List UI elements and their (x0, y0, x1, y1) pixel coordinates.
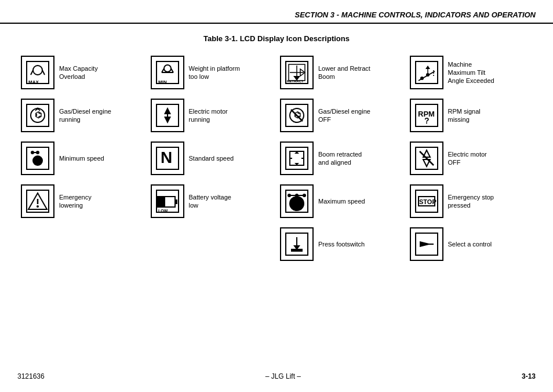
svg-text:⌬: ⌬ (294, 110, 301, 119)
svg-line-3 (42, 70, 45, 75)
icon-cell-battery-low: LOW Battery voltage low (147, 180, 277, 223)
svg-point-1 (33, 66, 42, 75)
label-rpm-missing: RPM signal missing (448, 107, 500, 124)
label-gas-diesel-off: Gas/Diesel engine OFF (318, 107, 370, 124)
label-emergency-stop: Emergency stop pressed (448, 193, 500, 210)
icon-cell-electric-off: Electric motor OFF (406, 137, 536, 180)
svg-line-2 (31, 70, 33, 75)
icon-cell-electric-motor: Electric motor running (147, 94, 277, 137)
icon-gas-diesel-on: ⌬ (21, 99, 54, 132)
footer-center: – JLG Lift – (265, 372, 301, 380)
icon-battery-low: LOW (151, 184, 184, 218)
label-machine-tilt: Machine Maximum Tilt Angle Exceeded (448, 60, 500, 85)
icon-gas-diesel-off: ⌬ (280, 99, 314, 132)
icon-cell-rpm-missing: RPM ? RPM signal missing (406, 94, 536, 137)
svg-text:RETRACT: RETRACT (287, 79, 304, 83)
svg-rect-81 (291, 249, 303, 252)
icon-cell-gas-diesel-on: ⌬ Gas/Diesel engine running (17, 94, 147, 137)
label-electric-off: Electric motor OFF (448, 150, 500, 167)
icon-max-speed (280, 184, 314, 218)
svg-line-8 (171, 68, 173, 72)
icon-cell-gas-diesel-off: ⌬ Gas/Diesel engine OFF (276, 94, 406, 137)
svg-text:N: N (161, 148, 172, 166)
label-press-footswitch: Press footswitch (318, 240, 365, 248)
icon-machine-tilt (410, 56, 443, 89)
icon-weight-platform: MIN (151, 56, 184, 89)
svg-marker-23 (425, 66, 430, 69)
icon-cell-boom-retracted: Boom retracted and aligned (276, 137, 406, 180)
icon-min-speed (21, 141, 54, 175)
icon-cell-lower-retract: RETRACT Lower and Retract Boom (276, 51, 406, 94)
svg-point-42 (31, 151, 34, 154)
svg-text:?: ? (424, 116, 430, 125)
icon-electric-motor (151, 99, 184, 132)
page-header: SECTION 3 - MACHINE CONTROLS, INDICATORS… (0, 0, 553, 24)
label-max-speed: Maximum speed (318, 197, 365, 205)
label-electric-motor: Electric motor running (189, 107, 241, 124)
footer-right: 3-13 (522, 372, 536, 380)
label-emergency-lower: Emergency lowering (59, 193, 111, 210)
icon-cell-max-capacity: MAX Max Capacity Overload (17, 51, 147, 94)
svg-point-69 (289, 196, 304, 211)
svg-marker-30 (164, 117, 171, 124)
svg-rect-65 (175, 199, 177, 204)
icon-cell-machine-tilt: Machine Maximum Tilt Angle Exceeded (406, 51, 536, 94)
svg-point-62 (37, 205, 39, 208)
svg-text:MAX: MAX (28, 79, 39, 85)
icon-cell-weight-platform: MIN Weight in platform too low (147, 51, 277, 94)
table-title: Table 3-1. LCD Display Icon Descriptions (0, 24, 553, 51)
label-lower-retract: Lower and Retract Boom (318, 64, 370, 81)
icon-emergency-stop: STOP (410, 184, 443, 218)
page-footer: 3121636 – JLG Lift – 3-13 (0, 366, 553, 386)
svg-text:⌬: ⌬ (35, 110, 42, 119)
svg-point-43 (36, 151, 39, 154)
svg-point-6 (164, 65, 171, 72)
label-battery-low: Battery voltage low (189, 193, 241, 210)
icon-lower-retract: RETRACT (280, 56, 314, 89)
svg-point-71 (288, 194, 291, 197)
icon-cell-select-control: Select a control (406, 223, 536, 266)
label-min-speed: Minimum speed (59, 154, 104, 162)
label-max-capacity: Max Capacity Overload (59, 64, 111, 81)
icon-rpm-missing: RPM ? (410, 99, 443, 132)
icon-cell-min-speed: Minimum speed (17, 137, 147, 180)
icon-boom-retracted (280, 141, 314, 175)
icon-electric-off (410, 141, 443, 175)
icon-cell-emergency-lower: Emergency lowering (17, 180, 147, 223)
icon-grid: MAX Max Capacity Overload MIN Weight in … (0, 51, 553, 266)
label-weight-platform: Weight in platform too low (189, 64, 241, 81)
svg-rect-66 (158, 197, 165, 206)
svg-text:LOW: LOW (158, 209, 168, 213)
icon-cell-press-footswitch: Press footswitch (276, 223, 406, 266)
icon-cell-standard-speed: N Standard speed (147, 137, 277, 180)
icon-cell-emergency-stop: STOP Emergency stop pressed (406, 180, 536, 223)
svg-point-21 (426, 73, 430, 77)
icon-emergency-lower (21, 184, 54, 218)
svg-point-20 (420, 77, 424, 80)
svg-text:MIN: MIN (158, 79, 167, 85)
label-gas-diesel-on: Gas/Diesel engine running (59, 107, 111, 124)
label-select-control: Select a control (448, 240, 492, 248)
icon-max-capacity: MAX (21, 56, 54, 89)
svg-text:STOP: STOP (419, 198, 436, 205)
svg-point-40 (32, 155, 43, 166)
svg-rect-46 (286, 147, 308, 169)
footer-left: 3121636 (17, 372, 45, 380)
icon-standard-speed: N (151, 141, 184, 175)
icon-select-control (410, 227, 443, 261)
label-standard-speed: Standard speed (189, 154, 234, 162)
label-boom-retracted: Boom retracted and aligned (318, 150, 370, 167)
svg-line-7 (162, 68, 164, 72)
icon-press-footswitch (280, 227, 314, 261)
icon-cell-max-speed: Maximum speed (276, 180, 406, 223)
svg-marker-29 (164, 107, 171, 114)
header-title: SECTION 3 - MACHINE CONTROLS, INDICATORS… (294, 10, 536, 19)
svg-line-58 (420, 151, 434, 165)
